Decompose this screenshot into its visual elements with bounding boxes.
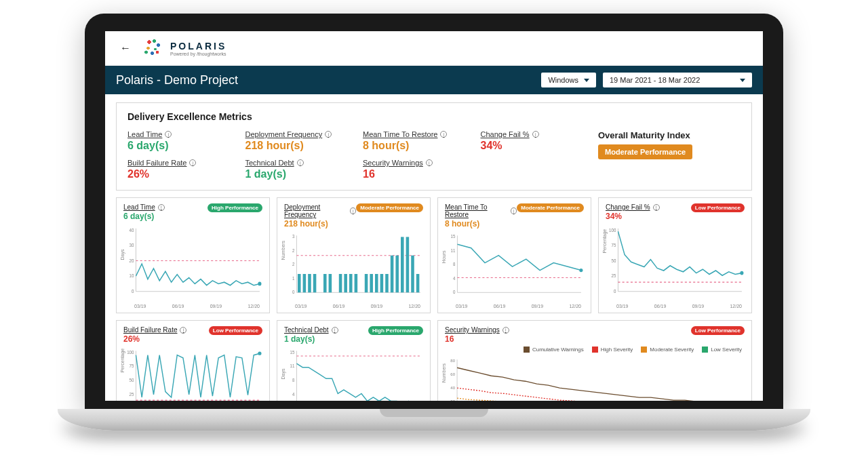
svg-text:2: 2 <box>292 248 295 253</box>
svg-rect-20 <box>313 274 317 292</box>
metric-change-fail[interactable]: Change Fail %i 34% <box>481 130 592 152</box>
brand-subtitle: Powered by /thoughtworks <box>170 52 226 56</box>
svg-rect-26 <box>355 274 358 292</box>
info-icon[interactable]: i <box>325 131 332 138</box>
maturity-title: Overall Maturity Index <box>598 130 690 140</box>
brand-name: POLARIS <box>170 41 226 52</box>
x-axis-ticks: 03/1906/1909/1912/20 <box>606 302 745 309</box>
performance-badge: High Performance <box>208 203 262 212</box>
svg-text:25: 25 <box>130 392 134 397</box>
svg-text:10: 10 <box>130 273 134 278</box>
performance-badge: Moderate Performance <box>356 203 423 212</box>
performance-badge: High Performance <box>368 326 423 335</box>
svg-text:100: 100 <box>127 350 134 355</box>
maturity-badge: Moderate Performance <box>598 144 692 159</box>
os-select[interactable]: Windows <box>541 73 596 87</box>
svg-rect-36 <box>411 256 414 293</box>
x-axis-ticks: 03/1906/1909/1912/20 <box>123 302 262 309</box>
svg-text:50: 50 <box>612 258 616 262</box>
performance-badge: Low Performance <box>209 326 262 335</box>
card-security-warnings[interactable]: Security Warnings i16Low PerformanceCumu… <box>437 320 752 401</box>
svg-text:4: 4 <box>453 276 456 281</box>
svg-rect-25 <box>349 274 353 292</box>
metric-deployment-frequency[interactable]: Deployment Frequencyi 218 hour(s) <box>245 130 357 152</box>
card-technical-debt[interactable]: Technical Debt i1 day(s)High Performance… <box>277 320 431 401</box>
info-icon[interactable]: i <box>332 327 338 334</box>
info-icon[interactable]: i <box>653 204 660 211</box>
svg-text:20: 20 <box>450 399 455 401</box>
svg-text:30: 30 <box>130 243 134 248</box>
svg-text:40: 40 <box>450 385 455 390</box>
metric-security-warnings[interactable]: Security Warningsi 16 <box>363 159 474 180</box>
app-screen: ← POLARIS Powered by /thoughtworks Polar… <box>105 31 763 401</box>
svg-point-64 <box>258 352 261 355</box>
info-icon[interactable]: i <box>440 131 447 138</box>
date-range-value: 19 Mar 2021 - 18 Mar 2022 <box>610 76 700 84</box>
svg-rect-30 <box>380 274 384 292</box>
svg-text:0: 0 <box>453 290 456 294</box>
svg-rect-35 <box>406 237 410 292</box>
chart-grid-row2: Build Failure Rate i26%Low PerformancePe… <box>116 320 752 401</box>
svg-text:4: 4 <box>292 392 295 397</box>
project-title: Polaris - Demo Project <box>116 73 238 87</box>
metric-lead-time[interactable]: Lead Timei 6 day(s) <box>127 130 239 152</box>
performance-badge: Low Performance <box>691 203 745 212</box>
chart-plot: Percentage0255075100 <box>606 224 745 302</box>
chart-plot: Percentage0255075100 <box>123 347 262 401</box>
svg-text:8: 8 <box>453 262 456 266</box>
info-icon[interactable]: i <box>350 208 356 214</box>
chart-plot: Numbers01223 <box>284 231 423 302</box>
info-icon[interactable]: i <box>165 131 172 138</box>
svg-text:50: 50 <box>130 378 134 382</box>
chart-plot: Hours0481115 <box>445 231 584 302</box>
svg-rect-29 <box>375 274 378 292</box>
svg-rect-19 <box>308 274 311 292</box>
chart-legend: Cumulative WarningsHigh SeverityModerate… <box>445 347 742 353</box>
os-select-value: Windows <box>548 76 578 84</box>
metric-mttr[interactable]: Mean Time To Restorei 8 hour(s) <box>363 130 474 152</box>
chevron-down-icon <box>740 79 745 82</box>
svg-text:15: 15 <box>451 234 456 239</box>
title-bar: Polaris - Demo Project Windows 19 Mar 20… <box>105 66 763 94</box>
card-deployment-frequency[interactable]: Deployment Frequency i218 hour(s)Moderat… <box>277 197 431 313</box>
info-icon[interactable]: i <box>426 159 433 166</box>
performance-badge: Moderate Performance <box>517 203 584 212</box>
svg-text:8: 8 <box>292 378 295 382</box>
svg-rect-21 <box>323 274 327 292</box>
svg-text:2: 2 <box>292 262 295 266</box>
svg-rect-31 <box>385 274 389 292</box>
card-build-failure[interactable]: Build Failure Rate i26%Low PerformancePe… <box>116 320 270 401</box>
card-lead-time[interactable]: Lead Time i6 day(s)High PerformanceDays0… <box>116 197 270 313</box>
info-icon[interactable]: i <box>511 208 517 214</box>
metric-technical-debt[interactable]: Technical Debti 1 day(s) <box>245 159 357 180</box>
svg-text:75: 75 <box>612 243 616 248</box>
svg-rect-32 <box>391 256 394 293</box>
info-icon[interactable]: i <box>158 204 165 211</box>
chart-plot: Days0481115 <box>284 347 423 401</box>
date-range-picker[interactable]: 19 Mar 2021 - 18 Mar 2022 <box>603 73 752 87</box>
info-icon[interactable]: i <box>180 327 186 334</box>
info-icon[interactable]: i <box>189 159 196 166</box>
x-axis-ticks: 03/1906/1909/1912/20 <box>445 302 584 309</box>
svg-text:11: 11 <box>290 363 295 368</box>
svg-text:60: 60 <box>450 372 455 376</box>
svg-point-46 <box>579 269 583 272</box>
info-icon[interactable]: i <box>297 159 304 166</box>
performance-badge: Low Performance <box>691 326 745 335</box>
svg-text:1: 1 <box>292 276 295 281</box>
svg-rect-33 <box>395 256 399 293</box>
svg-rect-23 <box>339 274 342 292</box>
svg-text:100: 100 <box>609 227 616 232</box>
svg-rect-24 <box>344 274 347 292</box>
svg-rect-34 <box>401 237 404 292</box>
svg-text:80: 80 <box>450 358 455 363</box>
info-icon[interactable]: i <box>502 327 509 334</box>
metric-build-failure[interactable]: Build Failure Ratei 26% <box>127 159 239 180</box>
svg-point-8 <box>258 282 261 286</box>
card-change-fail[interactable]: Change Fail % i34%Low PerformancePercent… <box>598 197 752 313</box>
svg-text:11: 11 <box>451 248 456 253</box>
card-mttr[interactable]: Mean Time To Restore i8 hour(s)Moderate … <box>437 197 591 313</box>
info-icon[interactable]: i <box>532 131 539 138</box>
back-button[interactable]: ← <box>116 41 135 56</box>
chart-grid: Lead Time i6 day(s)High PerformanceDays0… <box>116 197 752 313</box>
